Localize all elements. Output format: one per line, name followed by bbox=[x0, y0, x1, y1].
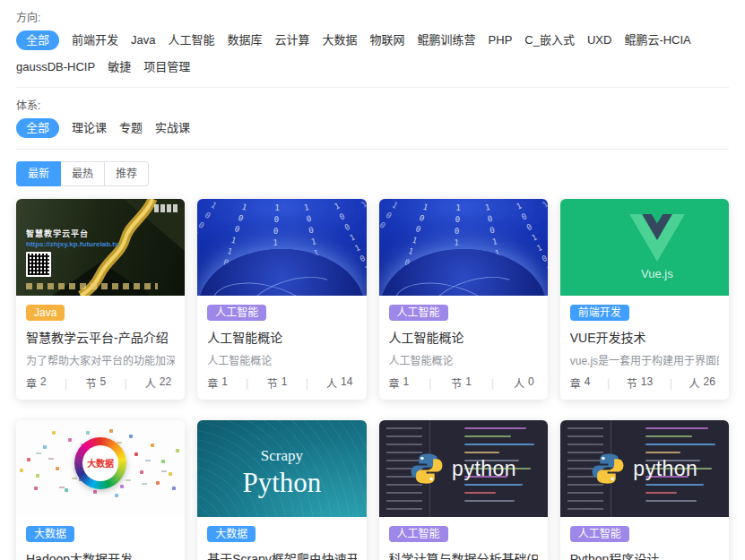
course-card-scrapy[interactable]: Scrapy Python 大数据 基于Scrapy框架爬虫快速开发(... 本… bbox=[197, 420, 366, 560]
stat-separator: | bbox=[429, 377, 431, 390]
stat-separator: | bbox=[306, 377, 308, 390]
course-card-body: 人工智能 人工智能概论 人工智能概论 章1 | 节1 | 人0 bbox=[379, 296, 548, 400]
system-tag-practical[interactable]: 实战课 bbox=[155, 119, 190, 137]
people-count: 人0 bbox=[514, 375, 534, 391]
cover-platform-url: https://zhjxy.kp.futurelab.tv bbox=[26, 240, 118, 248]
vue-logo-icon bbox=[629, 214, 685, 262]
direction-tag-project-mgmt[interactable]: 项目管理 bbox=[143, 58, 190, 76]
python-logo-icon bbox=[410, 452, 444, 486]
course-card-body: Java 智慧教学云平台-产品介绍 为了帮助大家对平台的功能加深理... 章2 … bbox=[16, 296, 185, 400]
vue-logo-wrap: Vue.js bbox=[629, 214, 685, 280]
bigdata-center-label: 大数据 bbox=[87, 456, 114, 470]
direction-tag-agile[interactable]: 敏捷 bbox=[108, 58, 131, 76]
course-card-ai-intro-2[interactable]: 0100110101 0100110101 0100110101 0100110… bbox=[379, 199, 548, 400]
system-filter-tags: 全部 理论课 专题 实战课 bbox=[16, 118, 729, 138]
direction-tag-bigdata[interactable]: 大数据 bbox=[323, 31, 358, 49]
system-tag-theory[interactable]: 理论课 bbox=[72, 119, 107, 137]
course-title: 基于Scrapy框架爬虫快速开发(... bbox=[207, 549, 356, 560]
system-tag-topic[interactable]: 专题 bbox=[119, 119, 143, 137]
course-title: VUE开发技术 bbox=[570, 328, 719, 346]
course-card-vue[interactable]: Vue.js 前端开发 VUE开发技术 vue.js是一套用于构建用于界面的..… bbox=[560, 199, 729, 400]
direction-tag-cloud[interactable]: 云计算 bbox=[275, 31, 310, 49]
course-tag-ai: 人工智能 bbox=[389, 305, 448, 321]
direction-tag-c-embedded[interactable]: C_嵌入式 bbox=[524, 31, 575, 49]
course-description: 为了帮助大家对平台的功能加深理... bbox=[26, 352, 175, 367]
course-tag-frontend: 前端开发 bbox=[570, 305, 629, 321]
course-card-python-programming[interactable]: python 人工智能 Python程序设计 全面掌握Python编程语言的基本… bbox=[560, 420, 729, 560]
chapter-count: 章1 bbox=[389, 375, 410, 391]
stat-separator: | bbox=[670, 377, 672, 390]
course-title: 人工智能概论 bbox=[207, 328, 356, 346]
direction-tag-java[interactable]: Java bbox=[131, 31, 155, 49]
system-tag-all[interactable]: 全部 bbox=[16, 118, 59, 138]
people-count: 人22 bbox=[145, 375, 171, 391]
direction-tag-kunpeng-camp[interactable]: 鲲鹏训练营 bbox=[418, 31, 476, 49]
course-card-body: 人工智能 科学计算与数据分析基础(Pyth... 本课程介绍NumPy入门和数据… bbox=[379, 517, 548, 560]
chapter-count: 章4 bbox=[570, 375, 591, 391]
course-card-scicomp-python[interactable]: python 人工智能 科学计算与数据分析基础(Pyth... 本课程介绍Num… bbox=[379, 420, 548, 560]
course-title: Python程序设计 bbox=[570, 549, 719, 560]
system-filter-label: 体系: bbox=[16, 97, 729, 112]
course-cover-canyon-photo: 智慧教学云平台 https://zhjxy.kp.futurelab.tv bbox=[16, 199, 185, 296]
direction-tag-frontend[interactable]: 前端开发 bbox=[72, 31, 118, 49]
course-description: 人工智能概论 bbox=[207, 352, 356, 367]
python-title-text: Python bbox=[242, 467, 321, 499]
cover-corner-logo bbox=[154, 204, 178, 212]
qr-code bbox=[26, 252, 51, 277]
section-divider bbox=[16, 87, 729, 88]
people-count: 人14 bbox=[326, 375, 352, 391]
color-wheel-center: 大数据 bbox=[82, 445, 118, 481]
course-stats: 章4 | 节13 | 人26 bbox=[570, 375, 719, 391]
chapter-count: 章1 bbox=[207, 375, 228, 391]
section-count: 节5 bbox=[85, 375, 106, 391]
course-cover-python-code: python bbox=[560, 420, 729, 517]
course-card-body: 人工智能 Python程序设计 全面掌握Python编程语言的基本语... 章9… bbox=[560, 517, 729, 560]
course-cover-vue: Vue.js bbox=[560, 199, 729, 296]
course-stats: 章1 | 节1 | 人14 bbox=[207, 375, 356, 391]
stat-separator: | bbox=[124, 377, 126, 390]
direction-tag-uxd[interactable]: UXD bbox=[587, 31, 611, 49]
course-title: 科学计算与数据分析基础(Pyth... bbox=[389, 549, 538, 560]
course-stats: 章1 | 节1 | 人0 bbox=[389, 375, 538, 391]
python-logo-icon bbox=[591, 452, 625, 486]
sort-newest-button[interactable]: 最新 bbox=[16, 161, 61, 186]
course-tag-bigdata: 大数据 bbox=[207, 526, 256, 542]
python-logo-row: python bbox=[560, 420, 729, 517]
direction-filter-tags: 全部 前端开发 Java 人工智能 数据库 云计算 大数据 物联网 鲲鹏训练营 … bbox=[16, 30, 729, 76]
sort-button-group: 最新 最热 推荐 bbox=[16, 161, 149, 186]
course-cover-binary-globe: 0100110101 0100110101 0100110101 0100110… bbox=[379, 199, 548, 296]
stat-separator: | bbox=[65, 377, 67, 390]
cover-platform-title: 智慧教学云平台 bbox=[26, 228, 89, 239]
scrapy-title-text: Scrapy bbox=[261, 447, 303, 465]
people-count: 人26 bbox=[689, 375, 715, 391]
direction-filter-label: 方向: bbox=[16, 9, 729, 24]
direction-tag-all[interactable]: 全部 bbox=[16, 30, 59, 50]
python-logo-row: python bbox=[379, 420, 548, 517]
direction-tag-ai[interactable]: 人工智能 bbox=[169, 31, 215, 49]
system-filter-section: 体系: 全部 理论课 专题 实战课 bbox=[16, 97, 729, 138]
course-tag-java: Java bbox=[26, 305, 65, 321]
stat-separator: | bbox=[491, 377, 494, 390]
direction-tag-kunpeng-hcia[interactable]: 鲲鹏云-HCIA bbox=[624, 31, 690, 49]
course-title: 人工智能概论 bbox=[389, 328, 538, 346]
course-card-body: 大数据 基于Scrapy框架爬虫快速开发(... 本课程讲解了基于Scrapy框… bbox=[197, 517, 366, 560]
course-list-page: 方向: 全部 前端开发 Java 人工智能 数据库 云计算 大数据 物联网 鲲鹏… bbox=[0, 0, 745, 560]
course-description: vue.js是一套用于构建用于界面的... bbox=[570, 352, 719, 367]
direction-tag-gaussdb-hcip[interactable]: gaussDB-HCIP bbox=[16, 58, 95, 76]
course-tag-bigdata: 大数据 bbox=[26, 526, 74, 542]
course-card-hadoop[interactable]: 大数据 大数据 Hadoop大数据开发 Hadoop大数据开发介绍 章8 | 节… bbox=[16, 420, 185, 560]
course-card-smart-platform[interactable]: 智慧教学云平台 https://zhjxy.kp.futurelab.tv Ja… bbox=[16, 199, 185, 400]
course-description: 人工智能概论 bbox=[389, 352, 538, 367]
direction-tag-database[interactable]: 数据库 bbox=[228, 31, 263, 49]
course-title: Hadoop大数据开发 bbox=[26, 549, 175, 560]
section-count: 节1 bbox=[451, 375, 472, 391]
sort-recommended-button[interactable]: 推荐 bbox=[104, 161, 149, 186]
course-cover-binary-globe: 0100110101 0100110101 0100110101 0100110… bbox=[197, 199, 366, 296]
course-card-ai-intro-1[interactable]: 0100110101 0100110101 0100110101 0100110… bbox=[197, 199, 366, 400]
sort-hottest-button[interactable]: 最热 bbox=[60, 161, 105, 186]
course-tag-ai: 人工智能 bbox=[570, 526, 629, 542]
direction-tag-iot[interactable]: 物联网 bbox=[370, 31, 405, 49]
section-divider bbox=[16, 149, 729, 150]
direction-tag-php[interactable]: PHP bbox=[489, 31, 513, 49]
course-tag-ai: 人工智能 bbox=[207, 305, 266, 321]
